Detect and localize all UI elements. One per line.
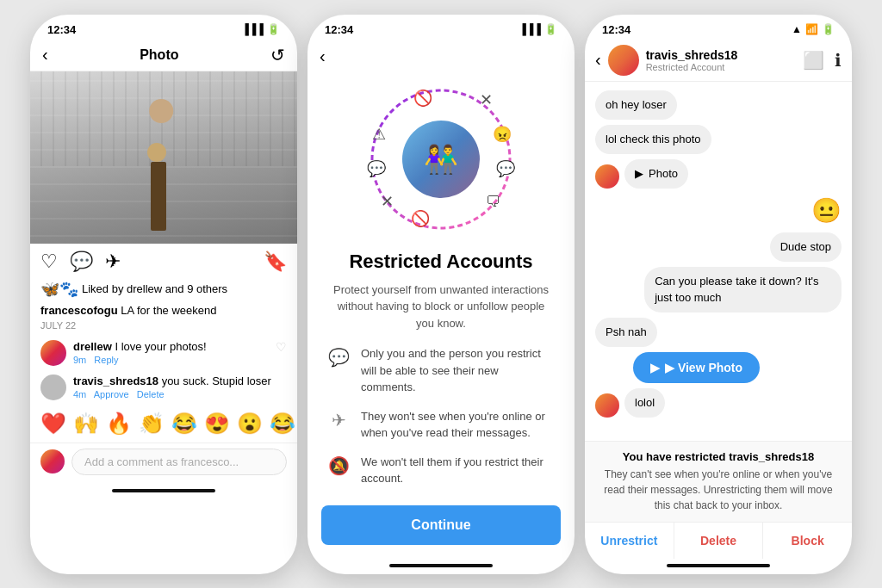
delete-link[interactable]: Delete [137, 389, 165, 399]
restrict-features-list: 💬 Only you and the person you restrict w… [328, 345, 554, 505]
restrict-title: Restricted Accounts [349, 251, 532, 273]
status-time-3: 12:34 [602, 23, 630, 36]
feature-comment-icon: 💬 [328, 347, 349, 368]
dm-user-avatar [608, 45, 639, 76]
feature-send-icon: ✈ [328, 410, 349, 430]
comment-row-2: travis_shreds18 you suck. Stupid loser 4… [30, 370, 297, 405]
floating-ban2-icon: 🚫 [411, 209, 430, 228]
status-time-1: 12:34 [47, 23, 76, 36]
delete-button[interactable]: Delete [674, 523, 763, 559]
feature-text-3: We won't tell them if you restrict their… [361, 454, 554, 487]
floating-x2-icon: ✕ [381, 192, 394, 211]
play-icon: ▶ [635, 166, 643, 182]
view-photo-label: ▶ View Photo [665, 361, 742, 374]
emoji-love[interactable]: 😍 [204, 412, 230, 436]
photo-actions: ♡ 💬 ✈ 🔖 [30, 244, 297, 280]
floating-chat-icon: 🗨 [486, 193, 501, 211]
restricted-notice-title: You have restricted travis_shreds18 [597, 450, 840, 463]
emoji-laugh[interactable]: 😂 [171, 412, 197, 436]
status-icons-1: ▐▐▐ 🔋 [241, 23, 280, 35]
phone-instagram-post: 12:34 ▐▐▐ 🔋 ‹ Photo ↺ ♡ 💬 ✈ 🔖 🦋🐾 Liked b… [30, 15, 297, 574]
commenter-avatar-2 [40, 374, 66, 400]
restrict-circle-area: 👫 🚫 ✕ ⚠ 😠 💬 💬 ✕ 🚫 🗨 [363, 82, 519, 237]
dm-account-status: Restricted Account [646, 62, 796, 72]
msg-1: oh hey loser [595, 90, 677, 120]
battery-icon-3: 🔋 [822, 23, 835, 35]
commenter-avatar-1 [40, 340, 66, 366]
back-icon-2[interactable]: ‹ [320, 46, 326, 66]
photo-caption: francescofogu LA for the weekend [30, 302, 297, 319]
comment-meta-1: 9m Reply [73, 355, 269, 365]
restrict-content: 👫 🚫 ✕ ⚠ 😠 💬 💬 ✕ 🚫 🗨 Restricted Accounts … [307, 73, 575, 505]
comment-row-1: drellew I love your photos! 9m Reply ♡ [30, 336, 297, 370]
restrict-feature-3: 🔕 We won't tell them if you restrict the… [328, 454, 554, 487]
video-icon[interactable]: ⬜ [803, 50, 824, 71]
msg-emoji: 😐 [811, 194, 842, 227]
emoji-laugh2[interactable]: 😂 [270, 412, 295, 436]
phone-dm: 12:34 ▲ 📶 🔋 ‹ travis_shreds18 Restricted… [585, 15, 852, 574]
emoji-fire[interactable]: 🔥 [106, 412, 132, 436]
photo-title: Photo [140, 47, 178, 63]
center-profile-photos: 👫 [402, 121, 480, 198]
comment-text-1: drellew I love your photos! [73, 340, 269, 353]
post-image [30, 71, 297, 244]
caption-username: francescofogu [40, 304, 118, 317]
msg-photo-row: ▶ Photo [595, 159, 688, 189]
comment-meta-2: 4m Approve Delete [73, 389, 287, 399]
view-photo-button[interactable]: ▶ ▶ View Photo [633, 352, 760, 383]
comment-placeholder: Add a comment as francesco... [84, 455, 239, 468]
comment-time-2: 4m [73, 389, 86, 399]
refresh-icon[interactable]: ↺ [270, 45, 285, 65]
bookmark-icon[interactable]: 🔖 [264, 251, 287, 273]
home-indicator-1 [30, 484, 297, 499]
status-time-2: 12:34 [325, 23, 353, 36]
share-icon[interactable]: ✈ [105, 251, 121, 273]
restrict-feature-2: ✈ They won't see when you're online or w… [328, 408, 554, 442]
comment-icon[interactable]: 💬 [70, 251, 93, 273]
dm-action-buttons: Unrestrict Delete Block [585, 522, 852, 559]
back-icon[interactable]: ‹ [42, 45, 48, 65]
floating-angry-icon: 😠 [493, 125, 512, 144]
wifi-icon: 📶 [805, 23, 818, 35]
dm-username: travis_shreds18 [646, 48, 796, 62]
floating-alert-icon: ⚠ [372, 125, 386, 144]
comment-heart-1[interactable]: ♡ [276, 340, 287, 354]
restricted-notice-desc: They can't see when you're online or whe… [597, 467, 840, 513]
info-icon[interactable]: ℹ [835, 50, 842, 71]
continue-button[interactable]: Continue [321, 505, 561, 545]
signal-icon: ▐▐▐ [241, 23, 264, 35]
sender-avatar-mini-2 [595, 393, 619, 418]
feature-bell-icon: 🔕 [328, 455, 349, 476]
status-bar-3: 12:34 ▲ 📶 🔋 [585, 15, 852, 40]
comment-time-1: 9m [73, 355, 86, 365]
signal-icon-2: ▐▐▐ [519, 23, 541, 35]
status-bar-2: 12:34 ▐▐▐ 🔋 [307, 15, 575, 40]
emoji-heart[interactable]: ❤️ [40, 412, 66, 436]
emoji-hands[interactable]: 🙌 [73, 412, 99, 436]
msg-3: Dude stop [770, 232, 842, 262]
restrict-description: Protect yourself from unwanted interacti… [328, 282, 554, 332]
msg-5: Psh nah [595, 318, 657, 347]
unrestrict-button[interactable]: Unrestrict [585, 523, 674, 559]
like-icon[interactable]: ♡ [40, 251, 58, 273]
back-icon-3[interactable]: ‹ [595, 50, 601, 70]
likes-label: Liked by drellew and 9 others [82, 282, 227, 295]
block-button[interactable]: Block [763, 523, 852, 559]
comment-input[interactable]: Add a comment as francesco... [71, 449, 287, 475]
dm-header: ‹ travis_shreds18 Restricted Account ⬜ ℹ [585, 40, 852, 82]
msg-6: lolol [624, 388, 665, 418]
emoji-wow[interactable]: 😮 [237, 412, 263, 436]
sender-avatar-mini [595, 164, 619, 189]
approve-link[interactable]: Approve [94, 389, 129, 399]
reply-link-1[interactable]: Reply [94, 355, 118, 365]
photo-header: ‹ Photo ↺ [30, 40, 297, 71]
emoji-reaction-row: ❤️ 🙌 🔥 👏 😂 😍 😮 😂 [30, 405, 297, 443]
comment-text-2: travis_shreds18 you suck. Stupid loser [73, 374, 287, 387]
location-icon: ▲ [792, 23, 802, 35]
msg-photo-bubble[interactable]: ▶ Photo [624, 159, 688, 189]
dm-user-info: travis_shreds18 Restricted Account [646, 48, 796, 72]
floating-x-icon: ✕ [480, 90, 493, 109]
caption-text: LA for the weekend [118, 304, 217, 317]
emoji-clap[interactable]: 👏 [139, 412, 165, 436]
dm-messages-list: oh hey loser lol check this photo ▶ Phot… [585, 82, 852, 441]
